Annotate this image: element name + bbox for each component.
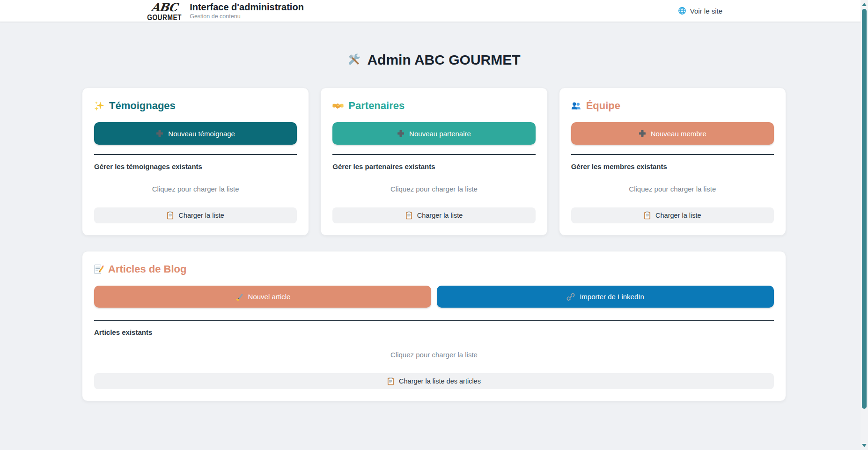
manage-heading: Gérer les membres existants: [571, 162, 774, 170]
new-article-button[interactable]: Nouvel article: [94, 286, 431, 308]
scroll-up-arrow[interactable]: [862, 3, 867, 6]
card-divider: [571, 154, 774, 155]
page-title-text: Admin ABC GOURMET: [367, 52, 520, 68]
scrollbar-thumb[interactable]: [862, 9, 867, 409]
logo-abc-text: ABC: [151, 2, 178, 13]
empty-list-text: Cliquez pour charger la liste: [571, 185, 774, 193]
hammer-and-wrench-icon: [347, 53, 361, 67]
memo-icon: [94, 264, 103, 274]
articles-manage-heading: Articles existants: [94, 328, 774, 336]
new-partenaire-button[interactable]: Nouveau partenaire: [332, 122, 535, 145]
app-subtitle: Gestion de contenu: [190, 13, 304, 20]
handshake-icon: [332, 102, 344, 110]
globe-icon: [678, 7, 686, 15]
import-linkedin-button[interactable]: Importer de LinkedIn: [437, 286, 774, 308]
empty-list-text: Cliquez pour charger la liste: [94, 185, 297, 193]
card-divider: [332, 154, 535, 155]
clipboard-icon: [405, 211, 412, 220]
view-site-label: Voir le site: [690, 7, 722, 15]
card-temoignages-title: Témoignages: [94, 100, 297, 112]
new-membre-button[interactable]: Nouveau membre: [571, 122, 774, 145]
empty-list-text: Cliquez pour charger la liste: [94, 351, 774, 359]
article-buttons-row: Nouvel article Importer de LinkedIn: [94, 286, 774, 308]
scrollbar[interactable]: [861, 0, 868, 450]
brand: ABC GOURMET Interface d'administration G…: [146, 1, 304, 21]
page-title: Admin ABC GOURMET: [82, 52, 786, 68]
abc-gourmet-logo: ABC GOURMET: [146, 1, 183, 21]
app-title: Interface d'administration: [190, 2, 304, 13]
new-temoignage-button[interactable]: Nouveau témoignage: [94, 122, 297, 145]
main-content: Admin ABC GOURMET Témoignages: [82, 22, 786, 401]
admin-page: ABC GOURMET Interface d'administration G…: [0, 0, 868, 450]
writing-hand-icon: [235, 293, 243, 301]
sparkles-icon: [94, 101, 104, 111]
card-equipe: Équipe Nouveau membre Gérer les membres …: [559, 88, 786, 236]
load-partenaires-button[interactable]: Charger la liste: [332, 207, 535, 223]
manage-heading: Gérer les témoignages existants: [94, 162, 297, 170]
load-temoignages-button[interactable]: Charger la liste: [94, 207, 297, 223]
card-equipe-title: Équipe: [571, 100, 774, 112]
card-articles: Articles de Blog Nouvel article: [82, 251, 786, 401]
plus-icon: [397, 130, 405, 137]
logo-gourmet-text: GOURMET: [147, 13, 182, 21]
card-divider: [94, 154, 297, 155]
load-membres-button[interactable]: Charger la liste: [571, 207, 774, 223]
empty-list-text: Cliquez pour charger la liste: [332, 185, 535, 193]
plus-icon: [156, 130, 163, 137]
link-icon: [566, 293, 575, 301]
card-temoignages: Témoignages Nouveau témoignage Gérer les…: [82, 88, 309, 236]
plus-icon: [639, 130, 646, 137]
card-articles-title: Articles de Blog: [94, 263, 774, 275]
card-divider: [94, 320, 774, 321]
view-site-link[interactable]: Voir le site: [678, 7, 722, 15]
scroll-down-arrow[interactable]: [862, 444, 867, 447]
card-partenaires-title: Partenaires: [332, 100, 535, 112]
cards-row: Témoignages Nouveau témoignage Gérer les…: [82, 88, 786, 236]
app-header: ABC GOURMET Interface d'administration G…: [0, 0, 868, 22]
card-partenaires: Partenaires Nouveau partenaire Gérer les…: [320, 88, 547, 236]
manage-heading: Gérer les partenaires existants: [332, 162, 535, 170]
clipboard-icon: [167, 211, 174, 220]
clipboard-icon: [644, 211, 651, 220]
busts-in-silhouette-icon: [571, 102, 581, 110]
clipboard-icon: [387, 377, 394, 385]
load-articles-button[interactable]: Charger la liste des articles: [94, 373, 774, 389]
